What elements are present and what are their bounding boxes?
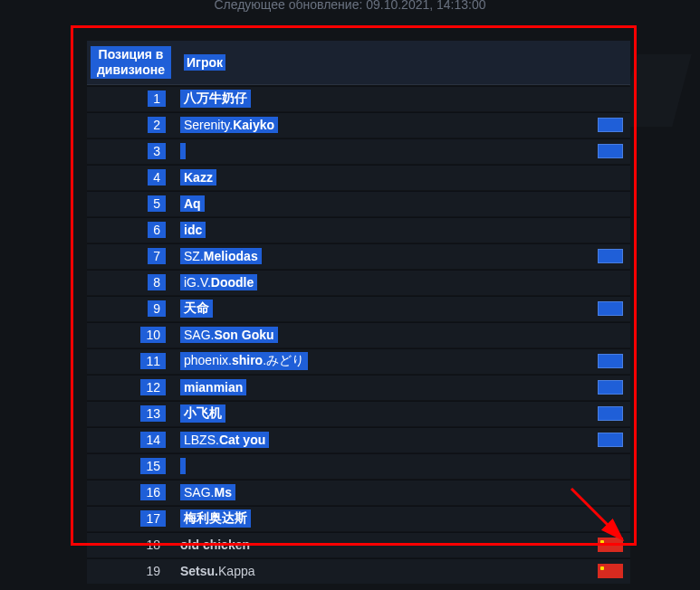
player-name: old chicken: [180, 538, 250, 552]
player-name: Serenity.Kaiyko: [180, 117, 278, 133]
rank-cell: 2: [87, 112, 175, 138]
rank-cell: 11: [87, 348, 175, 374]
rank-value: 5: [148, 195, 166, 212]
table-row[interactable]: 10SAG.Son Goku: [87, 322, 630, 347]
player-name: 八万牛奶仔: [180, 90, 251, 108]
player-name: mianmian: [180, 379, 246, 395]
player-name: iG.V.Doodle: [180, 274, 257, 290]
rank-cell: 7: [87, 243, 175, 269]
table-row[interactable]: 13小飞机: [87, 401, 630, 426]
rank-value: 19: [140, 563, 166, 579]
player-cell: 八万牛奶仔: [175, 86, 630, 111]
player-name-empty: [180, 458, 186, 474]
player-name: SZ.Meliodas: [180, 248, 262, 264]
table-row[interactable]: 9天命: [87, 296, 630, 321]
player-cell: Kazz: [175, 165, 630, 190]
header-position[interactable]: Позиция в дивизионе: [87, 41, 175, 85]
flag-icon: [598, 144, 623, 158]
leaderboard-table-container: Позиция в дивизионе Игрок 1八万牛奶仔2Serenit…: [87, 40, 630, 585]
rank-cell: 16: [87, 480, 175, 505]
flag-icon: [598, 406, 623, 421]
player-name: Aq: [180, 195, 205, 212]
flag-icon: [598, 380, 623, 395]
rank-value: 14: [140, 432, 166, 448]
rank-value: 18: [140, 537, 166, 553]
rank-cell: 17: [87, 506, 175, 531]
rank-value: 4: [148, 169, 166, 186]
rank-value: 9: [148, 300, 166, 317]
rank-cell: 14: [87, 427, 175, 452]
player-cell: old chicken: [175, 532, 630, 557]
player-name: phoenix.shiro.みどり: [180, 352, 308, 370]
player-cell: Aq: [175, 191, 630, 216]
table-row[interactable]: 1八万牛奶仔: [87, 86, 630, 111]
rank-value: 2: [148, 117, 166, 133]
rank-cell: 12: [87, 375, 175, 400]
rank-value: 17: [140, 510, 166, 527]
rank-value: 11: [140, 353, 166, 369]
rank-value: 16: [140, 484, 166, 500]
flag-icon: [598, 118, 623, 132]
rank-cell: 8: [87, 270, 175, 295]
player-cell: phoenix.shiro.みどり: [175, 348, 630, 374]
player-name-empty: [180, 143, 186, 159]
table-body: 1八万牛奶仔2Serenity.Kaiyko34Kazz5Aq6idc7SZ.M…: [87, 86, 630, 584]
player-cell: iG.V.Doodle: [175, 270, 630, 295]
player-cell: [175, 138, 630, 164]
table-row[interactable]: 8iG.V.Doodle: [87, 270, 630, 295]
player-name: 天命: [180, 300, 213, 318]
table-header-row: Позиция в дивизионе Игрок: [87, 41, 630, 85]
rank-value: 6: [148, 222, 166, 238]
rank-value: 8: [148, 274, 166, 290]
rank-cell: 1: [87, 86, 175, 111]
rank-value: 10: [140, 327, 166, 343]
player-name: 小飞机: [180, 404, 225, 423]
table-row[interactable]: 12mianmian: [87, 375, 630, 400]
table-row[interactable]: 2Serenity.Kaiyko: [87, 112, 630, 138]
rank-cell: 4: [87, 165, 175, 190]
player-cell: 天命: [175, 296, 630, 321]
rank-value: 15: [140, 458, 166, 474]
player-name: Kazz: [180, 169, 216, 186]
rank-cell: 10: [87, 322, 175, 347]
player-name: SAG.Son Goku: [180, 327, 278, 343]
player-name: 梅利奥达斯: [180, 509, 251, 528]
flag-icon: [598, 538, 623, 552]
player-cell: LBZS.Cat you: [175, 427, 630, 452]
leaderboard-table: Позиция в дивизионе Игрок 1八万牛奶仔2Serenit…: [87, 40, 630, 585]
table-row[interactable]: 14LBZS.Cat you: [87, 427, 630, 452]
table-row[interactable]: 4Kazz: [87, 165, 630, 190]
table-row[interactable]: 3: [87, 138, 630, 164]
rank-value: 7: [148, 248, 166, 264]
flag-icon: [598, 433, 623, 447]
player-cell: mianmian: [175, 375, 630, 400]
table-row[interactable]: 11phoenix.shiro.みどり: [87, 348, 630, 374]
table-row[interactable]: 16SAG.Ms: [87, 480, 630, 505]
table-row[interactable]: 17梅利奥达斯: [87, 506, 630, 531]
table-row[interactable]: 7SZ.Meliodas: [87, 243, 630, 269]
player-name: Setsu.Kappa: [180, 564, 255, 578]
flag-icon: [598, 354, 623, 368]
table-row[interactable]: 6idc: [87, 217, 630, 243]
table-row[interactable]: 18old chicken: [87, 532, 630, 557]
player-cell: [175, 453, 630, 479]
rank-cell: 13: [87, 401, 175, 426]
table-row[interactable]: 19Setsu.Kappa: [87, 558, 630, 584]
next-update-text: Следующее обновление: 09.10.2021, 14:13:…: [0, 0, 700, 12]
flag-icon: [598, 249, 623, 263]
header-player[interactable]: Игрок: [175, 41, 630, 85]
table-row[interactable]: 5Aq: [87, 191, 630, 216]
player-cell: Setsu.Kappa: [175, 558, 630, 584]
player-cell: SZ.Meliodas: [175, 243, 630, 269]
player-cell: idc: [175, 217, 630, 243]
rank-value: 13: [140, 405, 166, 422]
player-cell: 梅利奥达斯: [175, 506, 630, 531]
rank-cell: 19: [87, 558, 175, 584]
player-cell: 小飞机: [175, 401, 630, 426]
rank-cell: 9: [87, 296, 175, 321]
rank-cell: 5: [87, 191, 175, 216]
rank-value: 1: [148, 90, 166, 107]
rank-value: 3: [148, 143, 166, 159]
table-row[interactable]: 15: [87, 453, 630, 479]
rank-cell: 6: [87, 217, 175, 243]
